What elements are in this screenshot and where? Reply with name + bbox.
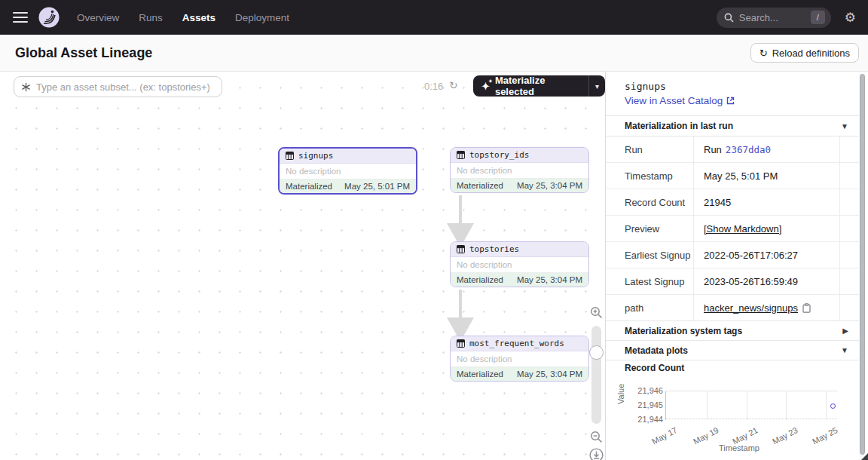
nav-links: Overview Runs Assets Deployment xyxy=(77,12,289,23)
chevron-down-icon: ▼ xyxy=(841,346,848,354)
table-row-latest-signup: Latest Signup 2023-05-26T16:59:49 xyxy=(606,268,859,295)
row-label: Earliest Signup xyxy=(606,242,693,268)
y-tick: 21,944 xyxy=(627,415,663,424)
asset-node-status: Materialized xyxy=(457,370,503,379)
asset-node-topstories[interactable]: topstories No description Materialized M… xyxy=(450,241,589,287)
asset-node-signups[interactable]: signups No description Materialized May … xyxy=(278,147,417,195)
row-spacer xyxy=(839,136,859,162)
row-value: Run 2367dda0 xyxy=(693,136,839,162)
view-in-asset-catalog-link[interactable]: View in Asset Catalog xyxy=(625,95,735,106)
asset-node-status: Materialized xyxy=(286,182,332,191)
run-id-link[interactable]: 2367dda0 xyxy=(726,144,771,155)
search-input[interactable] xyxy=(739,12,808,23)
chevron-right-icon: ▶ xyxy=(842,327,848,335)
record-count-chart: Value 21,946 21,945 21,944 May 17 May 19… xyxy=(606,377,859,460)
zoom-slider[interactable] xyxy=(591,326,601,424)
materialize-selected-label: Materialize selected xyxy=(495,75,581,97)
asset-node-header: signups xyxy=(280,149,416,164)
nav-link-runs[interactable]: Runs xyxy=(139,12,163,23)
asset-node-topstory-ids[interactable]: topstory_ids No description Materialized… xyxy=(450,147,589,193)
show-markdown-link[interactable]: [Show Markdown] xyxy=(704,223,781,235)
row-label: Timestamp xyxy=(606,163,693,189)
row-label: Record Count xyxy=(606,189,693,215)
asset-node-name: most_frequent_words xyxy=(469,339,564,348)
row-label: Preview xyxy=(606,216,693,241)
asset-details-sidebar: signups View in Asset Catalog Materializ… xyxy=(606,72,868,460)
table-icon xyxy=(286,152,294,160)
asset-node-status-bar: Materialized May 25, 3:04 PM xyxy=(451,273,588,287)
sidebar-scrollbar-thumb[interactable] xyxy=(860,74,865,455)
section-label: Metadata plots xyxy=(625,345,688,356)
copy-to-clipboard-icon[interactable] xyxy=(802,303,811,313)
path-link[interactable]: hacker_news/signups xyxy=(704,302,798,314)
section-label: Materialization system tags xyxy=(625,326,742,336)
materialize-dropdown-caret[interactable]: ▾ xyxy=(588,75,605,97)
asset-node-timestamp: May 25, 5:01 PM xyxy=(344,182,410,191)
asset-node-timestamp: May 25, 3:04 PM xyxy=(517,275,582,284)
asset-node-header: topstory_ids xyxy=(451,148,588,163)
materialize-selected-button[interactable]: ✦ Materialize selected ▾ xyxy=(473,75,605,97)
zoom-slider-handle[interactable] xyxy=(589,345,604,360)
asset-node-header: most_frequent_words xyxy=(451,336,588,351)
asset-node-header: topstories xyxy=(451,242,588,257)
asset-subset-input[interactable] xyxy=(36,81,209,93)
asset-graph-panel[interactable]: 0:16 ↻ ✦ Materialize selected ▾ signups … xyxy=(0,72,606,460)
row-label: path xyxy=(606,295,693,321)
table-icon xyxy=(457,245,465,253)
row-spacer xyxy=(839,216,859,241)
row-label: Latest Signup xyxy=(606,268,693,294)
asset-node-name: topstories xyxy=(469,244,519,254)
chart-data-point[interactable] xyxy=(830,403,836,409)
reload-definitions-button[interactable]: ↻ Reload definitions xyxy=(750,43,859,63)
y-tick: 21,945 xyxy=(627,400,663,409)
top-nav: Overview Runs Assets Deployment / ⚙ xyxy=(0,0,868,35)
zoom-out-icon[interactable] xyxy=(590,431,603,443)
asset-node-status: Materialized xyxy=(457,181,503,190)
search-box[interactable]: / xyxy=(717,8,831,28)
chart-x-axis-label: Timestamp xyxy=(719,443,760,452)
asset-node-name: signups xyxy=(298,151,333,161)
dagster-logo-icon[interactable] xyxy=(38,6,60,29)
section-metadata-plots[interactable]: Metadata plots ▼ xyxy=(606,340,859,360)
asset-node-timestamp: May 25, 3:04 PM xyxy=(517,370,582,379)
asset-graph-filter-icon xyxy=(21,82,31,92)
page-title: Global Asset Lineage xyxy=(15,45,152,61)
search-shortcut-badge: / xyxy=(811,11,825,24)
refresh-timer: 0:16 xyxy=(424,81,443,92)
nav-link-deployment[interactable]: Deployment xyxy=(235,12,289,23)
section-divider xyxy=(606,360,859,360)
download-graph-icon[interactable] xyxy=(589,448,604,460)
asset-node-status-bar: Materialized May 25, 3:04 PM xyxy=(451,367,588,381)
x-tick: May 17 xyxy=(637,425,678,452)
table-row-preview: Preview [Show Markdown] xyxy=(606,216,859,242)
asset-subset-filter[interactable] xyxy=(14,76,222,97)
nav-link-overview[interactable]: Overview xyxy=(77,12,119,23)
asset-node-timestamp: May 25, 3:04 PM xyxy=(517,181,582,190)
plot-heading: Record Count xyxy=(625,363,684,373)
refresh-icon: ↻ xyxy=(760,48,768,59)
row-value: 21945 xyxy=(693,189,839,215)
graph-refresh-icon[interactable]: ↻ xyxy=(449,79,458,91)
section-materialization-last-run[interactable]: Materialization in last run ▼ xyxy=(606,115,859,136)
section-label: Materialization in last run xyxy=(625,121,733,131)
row-label: Run xyxy=(606,136,693,162)
asset-node-status-bar: Materialized May 25, 5:01 PM xyxy=(280,179,416,193)
run-prefix: Run xyxy=(704,144,722,155)
nav-right: / ⚙ xyxy=(717,8,856,28)
zoom-in-icon[interactable] xyxy=(590,306,603,319)
gear-icon[interactable]: ⚙ xyxy=(845,11,856,24)
materialize-sparkle-icon: ✦ xyxy=(481,81,490,92)
chart-y-axis-label: Value xyxy=(616,384,625,404)
chart-plot-area xyxy=(665,391,837,419)
asset-node-most-frequent-words[interactable]: most_frequent_words No description Mater… xyxy=(450,336,589,382)
asset-node-description: No description xyxy=(280,164,416,179)
external-link-icon xyxy=(726,97,735,105)
hamburger-menu-icon[interactable] xyxy=(13,12,28,23)
search-icon xyxy=(724,13,734,23)
row-spacer xyxy=(839,242,859,268)
nav-link-assets[interactable]: Assets xyxy=(182,12,215,23)
resize-corner[interactable] xyxy=(861,453,868,460)
x-tick: May 25 xyxy=(798,425,839,452)
materialize-selected-main[interactable]: ✦ Materialize selected xyxy=(473,75,588,97)
section-materialization-system-tags[interactable]: Materialization system tags ▶ xyxy=(606,320,859,340)
